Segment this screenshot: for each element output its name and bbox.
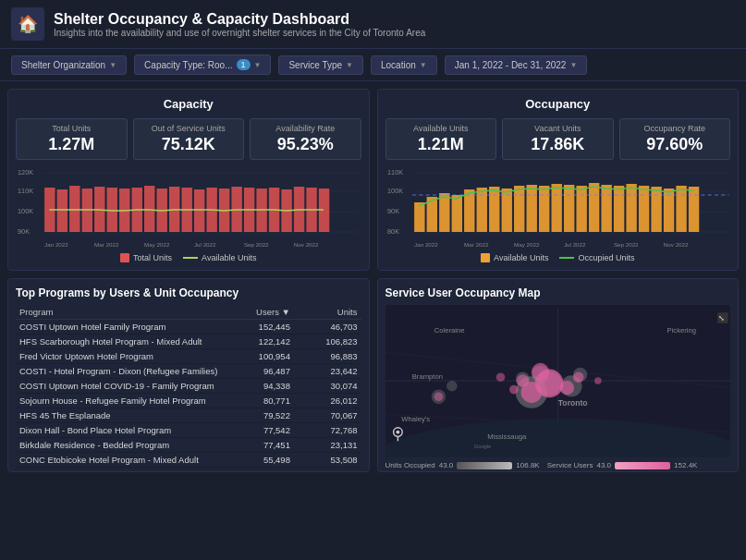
svg-text:Jan 2022: Jan 2022 [44, 241, 68, 248]
svg-text:Jul 2022: Jul 2022 [194, 241, 216, 248]
occupancy-rate-card: Occupancy Rate 97.60% [619, 118, 731, 160]
svg-text:80K: 80K [387, 228, 399, 236]
occupancy-metrics: Available Units 1.21M Vacant Units 17.86… [385, 118, 731, 160]
svg-rect-16 [144, 186, 154, 232]
col-units[interactable]: Units [294, 305, 361, 320]
svg-text:Sep 2022: Sep 2022 [244, 241, 269, 248]
chevron-down-icon: ▼ [420, 61, 427, 69]
units-legend: Units Occupied 43.0 106.8K [385, 461, 540, 469]
svg-text:Mar 2022: Mar 2022 [94, 241, 119, 248]
svg-text:Nov 2022: Nov 2022 [663, 241, 688, 248]
program-units-cell: 23,131 [294, 438, 361, 453]
svg-text:100K: 100K [387, 188, 403, 195]
svg-rect-53 [514, 186, 524, 232]
availability-rate-value: 95.23% [258, 135, 353, 154]
svg-rect-9 [57, 189, 67, 232]
svg-rect-10 [69, 186, 79, 232]
vacant-units-label: Vacant Units [510, 124, 605, 133]
shelter-org-filter[interactable]: Shelter Organization ▼ [11, 55, 127, 75]
dashboard-header: 🏠 Shelter Occupancy & Capacity Dashboard… [0, 0, 746, 49]
table-row: COSTI - Hotel Program - Dixon (Refugee F… [16, 364, 361, 379]
svg-point-100 [573, 371, 583, 382]
out-of-service-value: 75.12K [141, 135, 237, 154]
map-area[interactable]: Coleraine Pickering Brampton Whaley's Mi… [385, 305, 731, 457]
service-type-filter[interactable]: Service Type ▼ [278, 55, 363, 75]
occupancy-title: Occupancy [385, 97, 731, 111]
svg-rect-58 [576, 186, 586, 232]
table-row: Sojourn House - Refugee Family Hotel Pro… [16, 394, 361, 408]
program-units-cell: 106,823 [294, 335, 361, 349]
map-legend: Units Occupied 43.0 106.8K Service Users… [385, 461, 731, 469]
program-users-cell: 100,954 [223, 349, 294, 364]
svg-text:110K: 110K [18, 188, 33, 195]
table-row: Dixon Hall - Bond Place Hotel Program 77… [16, 423, 361, 438]
program-name-cell: CONC Etobicoke Hotel Program - Mixed Adu… [16, 453, 223, 468]
col-users[interactable]: Users ▼ [223, 305, 294, 320]
svg-point-105 [495, 372, 505, 382]
out-of-service-card: Out of Service Units 75.12K [133, 118, 245, 160]
svg-text:120K: 120K [18, 169, 33, 177]
chevron-down-icon: ▼ [346, 61, 353, 69]
location-filter[interactable]: Location ▼ [371, 55, 437, 75]
metrics-row: Capacity Total Units 1.27M Out of Servic… [7, 89, 739, 271]
table-row: COSTI Uptown Hotel COVID-19 - Family Pro… [16, 379, 361, 394]
svg-point-98 [532, 363, 549, 381]
available-units-label: Available Units [394, 124, 489, 133]
occupancy-legend: Available Units Occupied Units [385, 253, 731, 262]
svg-rect-48 [451, 195, 461, 232]
available-units-card: Available Units 1.21M [385, 118, 497, 160]
program-users-cell: 77,542 [223, 423, 294, 438]
legend-color-available [183, 257, 198, 259]
capacity-type-filter[interactable]: Capacity Type: Roo... 1 ▼ [134, 55, 271, 75]
svg-text:Brampton: Brampton [411, 372, 442, 381]
users-legend: Service Users 43.0 152.4K [547, 461, 698, 469]
svg-point-99 [559, 381, 573, 395]
available-units-value: 1.21M [394, 135, 489, 154]
svg-rect-57 [563, 185, 573, 232]
program-name-cell: Fred Victor Uptown Hotel Program [16, 349, 223, 364]
col-program[interactable]: Program [16, 305, 223, 320]
table-row: HFS 45 The Esplanade 79,522 70,067 [16, 408, 361, 423]
header-text: Shelter Occupancy & Capacity Dashboard I… [54, 11, 425, 38]
program-units-cell: 26,012 [294, 394, 361, 408]
program-name-cell: COSTI Uptown Hotel COVID-19 - Family Pro… [16, 379, 223, 394]
svg-text:May 2022: May 2022 [144, 241, 170, 248]
svg-text:Nov 2022: Nov 2022 [294, 241, 319, 248]
vacant-units-card: Vacant Units 17.86K [502, 118, 614, 160]
out-of-service-label: Out of Service Units [141, 124, 237, 133]
chevron-down-icon: ▼ [254, 61, 262, 69]
program-users-cell: 79,522 [223, 408, 294, 423]
dashboard-icon: 🏠 [11, 7, 44, 41]
program-name-cell: COSTI Uptown Hotel Family Program [16, 320, 223, 335]
legend-color-total [120, 253, 129, 262]
svg-rect-55 [539, 186, 549, 232]
program-name-cell: Dixon Hall - Bond Place Hotel Program [16, 423, 223, 438]
svg-point-103 [434, 392, 443, 401]
bottom-row: Top Programs by Users & Unit Occupancy P… [7, 278, 739, 472]
table-row: Birkdale Residence - Bedded Program 77,4… [16, 438, 361, 453]
occupancy-rate-value: 97.60% [628, 135, 723, 154]
svg-rect-59 [588, 183, 598, 232]
svg-text:100K: 100K [18, 208, 33, 215]
date-range-filter[interactable]: Jan 1, 2022 - Dec 31, 2022 ▼ [445, 55, 588, 75]
svg-rect-60 [601, 185, 611, 232]
program-units-cell: 53,508 [294, 453, 361, 468]
svg-rect-45 [414, 202, 424, 232]
capacity-panel: Capacity Total Units 1.27M Out of Servic… [7, 89, 370, 271]
availability-rate-card: Availability Rate 95.23% [250, 118, 361, 160]
program-users-cell: 122,142 [223, 335, 294, 349]
svg-rect-20 [194, 189, 204, 232]
program-units-cell: 30,074 [294, 379, 361, 394]
capacity-metrics: Total Units 1.27M Out of Service Units 7… [16, 118, 361, 160]
table-row: CONC Etobicoke Hotel Program - Mixed Adu… [16, 453, 361, 468]
main-content: Capacity Total Units 1.27M Out of Servic… [0, 81, 746, 480]
program-name-cell: HFS 45 The Esplanade [16, 408, 223, 423]
svg-point-101 [516, 374, 528, 386]
map-panel: Service User Occupancy Map Coleraine Pic… [377, 278, 740, 472]
program-name-cell: Sojourn House - Refugee Family Hotel Pro… [16, 394, 223, 408]
svg-text:Coleraine: Coleraine [434, 326, 464, 335]
svg-text:⤡: ⤡ [718, 314, 725, 323]
programs-table: Program Users ▼ Units COSTI Uptown Hotel… [16, 305, 361, 468]
dashboard-title: Shelter Occupancy & Capacity Dashboard [54, 11, 425, 28]
availability-rate-label: Availability Rate [258, 124, 353, 133]
